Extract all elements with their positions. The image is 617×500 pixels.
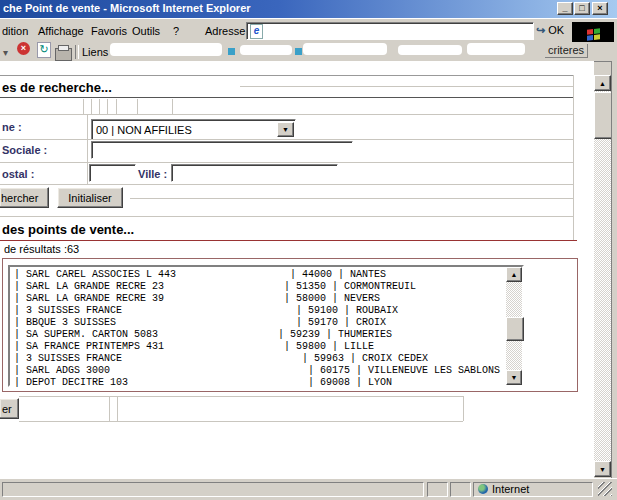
table-border-line [91,99,92,114]
table-border-line [117,396,118,421]
table-border-line [19,396,463,397]
table-border-line [573,75,574,240]
page-content: es de recherche... ne : 00 | NON AFFILIE… [0,61,594,478]
table-border-line [240,86,573,87]
address-bar[interactable]: e [246,22,534,40]
link-criteres[interactable]: criteres [545,44,588,58]
table-border-line [83,99,84,114]
toolbar-separator [75,45,79,59]
status-panel [450,482,471,497]
list-option[interactable]: | DEPOT DECITRE 103 | 69008 | LYON [14,377,500,389]
dropdown-arrow-icon[interactable]: ▼ [277,122,294,137]
code-postal-input[interactable] [89,164,136,182]
chevron-down-icon[interactable]: ▾ [3,47,8,58]
resize-grip[interactable] [598,482,612,496]
list-scroll-down-icon[interactable]: ▼ [506,370,522,385]
table-border-line [87,114,88,184]
maximize-button[interactable]: □ [574,2,590,15]
redaction-patch [110,43,222,56]
table-border-line [0,139,573,140]
list-scroll-up-icon[interactable]: ▲ [506,267,522,282]
table-border-line [109,396,110,421]
status-panel-main [2,482,424,497]
list-option[interactable]: | 3 SUISSES FRANCE | 59963 | CROIX CEDEX [14,353,500,365]
window-title: che Point de vente - Microsoft Internet … [3,2,251,14]
table-border-line [0,216,573,217]
code-postal-label: ostal : [2,168,34,180]
status-panel [427,482,448,497]
page-scroll-up-icon[interactable]: ▲ [594,75,611,91]
status-zone-label: Internet [492,483,529,495]
raison-sociale-input[interactable] [91,141,353,159]
list-option[interactable]: | SARL LA GRANDE RECRE 39 | 58000 | NEVE… [14,293,500,305]
results-listbox[interactable]: | SARL CAREL ASSOCIES L 443 | 44000 | NA… [8,265,524,387]
table-border-line [99,99,100,114]
stop-button[interactable]: × [17,42,30,55]
address-input[interactable] [263,25,533,37]
refresh-button[interactable]: ↻ [37,42,51,58]
list-option[interactable]: | SA SUPERM. CARTON 5083 | 59239 | THUME… [14,329,500,341]
list-option[interactable]: | SARL ADGS 3000 | 60175 | VILLENEUVE LE… [14,365,500,377]
results-list[interactable]: | SARL CAREL ASSOCIES L 443 | 44000 | NA… [14,269,500,389]
results-section-heading: des points de vente... [2,222,134,237]
page-scrollbar-track[interactable] [594,91,611,461]
table-border-line [116,99,117,114]
address-label: Adresse [205,25,245,37]
bottom-action-button[interactable]: er [0,398,19,419]
minimize-button[interactable]: _ [557,2,573,15]
windows-flag-icon [587,28,600,40]
globe-icon [478,484,488,494]
table-border-line [0,75,574,76]
results-count: de résultats :63 [4,243,79,255]
table-border-line [137,99,138,114]
close-button[interactable]: × [592,2,608,15]
table-border-line [107,99,108,114]
ville-input[interactable] [171,164,338,182]
redaction-patch [303,43,387,55]
title-bar[interactable]: che Point de vente - Microsoft Internet … [0,0,617,18]
go-arrow-icon: ↪ [536,24,545,36]
enseigne-selected-value: 00 | NON AFFILIES [92,124,192,136]
list-scrollbar-thumb[interactable] [506,317,524,341]
links-label: Liens [82,46,108,58]
link-icon[interactable] [228,48,235,55]
redaction-patch [398,45,462,55]
list-option[interactable]: | 3 SUISSES FRANCE | 59100 | ROUBAIX [14,305,500,317]
window-frame [611,61,617,478]
ville-label: Ville : [138,168,167,180]
results-border-box: | SARL CAREL ASSOCIES L 443 | 44000 | NA… [2,258,578,392]
raison-sociale-label: Sociale : [2,144,47,156]
ie-page-icon: e [250,24,263,39]
initialiser-button[interactable]: Initialiser [57,187,123,208]
go-button[interactable]: ↪ OK [536,24,564,37]
redaction-patch [240,45,292,55]
table-border-line [0,114,573,115]
heading-rule [0,97,573,98]
page-scroll-down-icon[interactable]: ▼ [594,461,611,477]
table-border-line [0,184,573,185]
menu-favoris[interactable]: Favoris [91,25,127,37]
status-zone-panel: Internet [473,482,593,497]
print-button[interactable] [55,48,72,61]
list-option[interactable]: | SA FRANCE PRINTEMPS 431 | 59800 | LILL… [14,341,500,353]
table-border-line [0,162,573,163]
list-option[interactable]: | SARL LA GRANDE RECRE 23 | 51350 | CORM… [14,281,500,293]
toolbar: ▾ × ↻ Liens criteres [0,42,617,62]
table-border-line [463,396,464,421]
menu-edition[interactable]: dition [2,25,28,37]
enseigne-select[interactable]: 00 | NON AFFILIES ▼ [91,119,296,140]
menu-bar: dition Affichage Favoris Outils ? Adress… [0,18,617,43]
link-icon[interactable] [295,48,302,55]
menu-help[interactable]: ? [173,25,179,37]
menu-outils[interactable]: Outils [132,25,160,37]
redaction-patch [467,43,525,55]
list-option[interactable]: | BBQUE 3 SUISSES | 59170 | CROIX [14,317,500,329]
search-section-heading: es de recherche... [2,80,112,95]
list-option[interactable]: | SARL CAREL ASSOCIES L 443 | 44000 | NA… [14,269,500,281]
go-label: OK [548,24,564,36]
rechercher-button[interactable]: hercher [0,187,49,208]
table-border-line [19,421,463,422]
table-border-line [130,198,573,199]
results-heading-rule [0,240,577,241]
menu-affichage[interactable]: Affichage [38,25,84,37]
